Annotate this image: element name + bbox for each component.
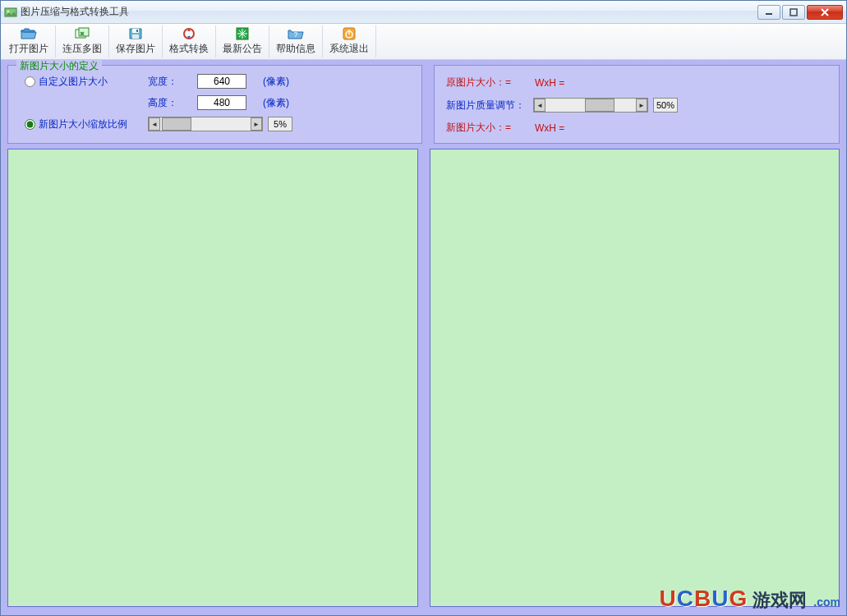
slider-track[interactable] [545,99,636,112]
batch-compress-button[interactable]: 连压多图 [56,25,109,57]
custom-size-radio[interactable] [25,76,35,87]
app-window: 图片压缩与格式转换工具 打开图片 连压多图 保存图片 格式转换 最新公告 [0,0,847,616]
open-image-button[interactable]: 打开图片 [2,25,56,57]
news-icon [236,27,249,40]
scale-radio[interactable] [25,119,35,130]
height-label: 高度： [148,96,197,110]
app-icon [4,6,17,19]
original-size-row: 原图片大小：= WxH = [446,76,831,90]
folder-open-icon [21,27,37,40]
content-area: 新图片大小的定义 自定义图片大小 宽度： (像素) 高度： (像素) [1,60,846,615]
settings-row: 新图片大小的定义 自定义图片大小 宽度： (像素) 高度： (像素) [7,65,840,144]
custom-size-label: 自定义图片大小 [39,75,108,89]
svg-rect-9 [136,30,138,32]
new-size-row: 新图片大小：= WxH = [446,121,831,135]
toolbar-label: 格式转换 [169,42,209,56]
slider-right-arrow-icon[interactable]: ► [636,99,647,112]
close-button[interactable] [807,5,843,20]
custom-size-radio-row: 自定义图片大小 [25,75,148,89]
scale-radio-row: 新图片大小缩放比例 [25,117,148,131]
minimize-button[interactable] [757,5,780,20]
toolbar-label: 打开图片 [9,42,48,56]
toolbar-label: 最新公告 [223,42,262,56]
exit-button[interactable]: 系统退出 [323,25,376,57]
scale-slider[interactable]: ◄ ► [148,117,263,131]
scale-label: 新图片大小缩放比例 [39,117,127,131]
new-size-value: WxH = [535,122,564,134]
window-buttons [757,5,843,20]
width-unit: (像素) [263,75,312,89]
quality-panel: 原图片大小：= WxH = 新图片质量调节： ◄ ► 50% 新图片大小：= [434,65,840,144]
slider-left-arrow-icon[interactable]: ◄ [534,99,545,112]
news-button[interactable]: 最新公告 [216,25,269,57]
quality-slider[interactable]: ◄ ► [533,98,648,113]
save-image-button[interactable]: 保存图片 [109,25,163,57]
original-size-value: WxH = [535,77,564,89]
height-unit: (像素) [263,96,312,110]
titlebar: 图片压缩与格式转换工具 [1,1,846,24]
size-definition-panel: 新图片大小的定义 自定义图片大小 宽度： (像素) 高度： (像素) [7,65,422,144]
slider-track[interactable] [160,117,251,131]
save-icon [128,27,143,40]
scale-percent: 5% [268,117,292,131]
toolbar: 打开图片 连压多图 保存图片 格式转换 最新公告 ? 帮助信息 系统退出 [1,24,846,60]
panel-legend: 新图片大小的定义 [16,59,102,73]
quality-slider-row: 新图片质量调节： ◄ ► 50% [446,98,831,113]
help-button[interactable]: ? 帮助信息 [269,25,323,57]
window-title: 图片压缩与格式转换工具 [21,5,757,19]
slider-thumb[interactable] [162,117,191,131]
help-icon: ? [288,27,304,40]
width-label: 宽度： [148,75,197,89]
width-input[interactable] [197,74,246,89]
svg-rect-3 [790,9,797,16]
toolbar-label: 连压多图 [62,42,102,56]
quality-percent: 50% [653,98,678,113]
batch-icon [75,27,90,40]
toolbar-label: 系统退出 [329,42,369,56]
format-convert-button[interactable]: 格式转换 [163,25,216,57]
source-image-box [7,149,418,607]
toolbar-label: 保存图片 [116,42,155,56]
slider-left-arrow-icon[interactable]: ◄ [149,117,160,131]
svg-text:?: ? [293,30,297,39]
svg-rect-10 [132,34,139,39]
maximize-button[interactable] [782,5,805,20]
power-icon [343,27,356,40]
convert-icon [182,27,196,40]
slider-thumb[interactable] [585,99,615,112]
quality-label: 新图片质量调节： [446,99,528,113]
height-input[interactable] [197,95,246,110]
result-image-box [430,149,840,607]
original-size-label: 原图片大小：= [446,76,528,90]
slider-right-arrow-icon[interactable]: ► [251,117,262,131]
toolbar-label: 帮助信息 [276,42,315,56]
new-size-label: 新图片大小：= [446,121,528,135]
image-preview-area [7,149,840,607]
